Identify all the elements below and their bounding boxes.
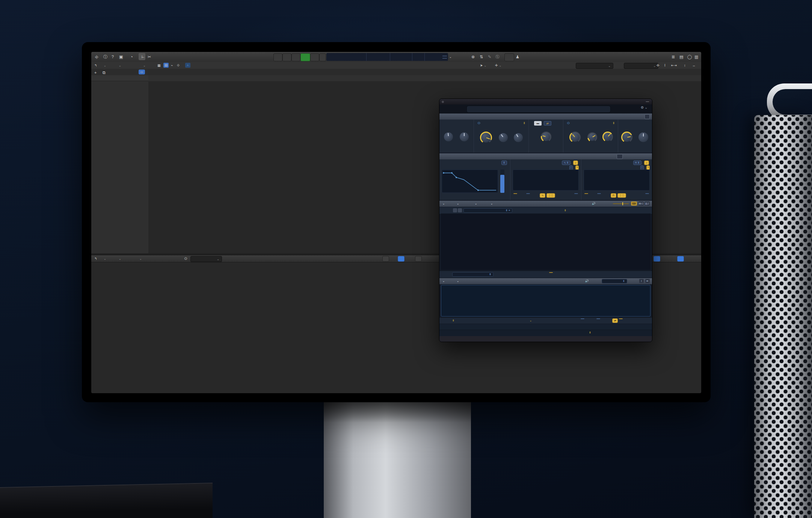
group-selection-field[interactable]: ⇕ ≡: [463, 208, 512, 213]
horizontal-zoom-icon[interactable]: ⇤⇥: [671, 62, 677, 69]
filter1-type-select[interactable]: ⇕: [523, 121, 525, 125]
filter-blend-knob[interactable]: [541, 132, 551, 142]
info-icon[interactable]: ⓘ: [103, 53, 107, 61]
stop-button[interactable]: [291, 53, 300, 61]
flex-icon[interactable]: ⟐: [177, 62, 180, 69]
zone-grid[interactable]: [441, 214, 651, 259]
solo-icon[interactable]: Ⓢ: [495, 53, 500, 61]
rewind-button[interactable]: [273, 53, 282, 61]
zone-speaker-icon[interactable]: 🔊: [585, 278, 589, 284]
marker-lane[interactable]: [148, 75, 701, 82]
list-editors-icon[interactable]: ≣: [672, 53, 675, 61]
lfo2-sync-button[interactable]: ♪: [573, 161, 578, 165]
gear-icon[interactable]: ⚙ ⌄: [641, 106, 647, 109]
secondary-tool[interactable]: ✛: [495, 62, 501, 69]
metronome-icon[interactable]: ♟: [516, 53, 519, 61]
record-button[interactable]: [310, 53, 319, 61]
f2-cutoff-knob[interactable]: [569, 132, 581, 143]
remove-modulator-button[interactable]: [617, 154, 623, 159]
env-graph[interactable]: [442, 170, 498, 193]
mixer-menu-view[interactable]: [138, 255, 142, 262]
sampler-window[interactable]: — ⚙ ⌄ ⏻: [439, 98, 652, 342]
power-icon[interactable]: ⏻: [184, 255, 187, 262]
zone-pitch-button[interactable]: [549, 272, 553, 273]
vertical-zoom-icon[interactable]: Ⅰ: [664, 62, 666, 69]
mapping-zoom-slider[interactable]: [613, 203, 629, 204]
mixer-tab-tracks[interactable]: [398, 256, 404, 262]
toolbox-icon[interactable]: ▣: [119, 53, 123, 61]
grid-icon[interactable]: ▦: [157, 62, 161, 69]
lfo2-wave-select[interactable]: ∿ ⇕: [562, 161, 571, 165]
browser-icon[interactable]: ▥: [694, 53, 698, 61]
forward-button[interactable]: [282, 53, 291, 61]
sampler-titlebar[interactable]: —: [439, 99, 652, 105]
snap-select[interactable]: [576, 63, 613, 69]
view-split-icon[interactable]: ▥2: [644, 201, 650, 206]
pointer-tool[interactable]: ➤: [480, 62, 486, 69]
lfo2-key-trigger[interactable]: [574, 193, 578, 194]
lfo3-mono[interactable]: [584, 193, 588, 194]
group-output-value[interactable]: ⇕: [564, 209, 566, 212]
mapping-menu-zone[interactable]: ⌄: [475, 201, 477, 207]
f1-reso-knob[interactable]: [499, 133, 508, 142]
lfo2-mono[interactable]: [513, 193, 517, 194]
details-button[interactable]: [644, 114, 650, 119]
catch-playhead-icon[interactable]: ↰: [94, 62, 97, 69]
f1-drive-knob[interactable]: [514, 133, 523, 142]
library-toggle-icon[interactable]: ▭: [139, 70, 145, 74]
mapping-keyboard[interactable]: [441, 259, 651, 270]
lfo3-poly[interactable]: [597, 193, 601, 194]
arrange-menu-edit[interactable]: [103, 62, 106, 69]
lfo3-shape-b-icon[interactable]: ⋮⋮: [617, 193, 626, 198]
count-in-button[interactable]: [504, 53, 514, 61]
f1-cutoff-knob[interactable]: [480, 132, 492, 144]
waveform-zoom-icon[interactable]: ✣: [657, 62, 660, 69]
mixer-filter-midi[interactable]: [677, 256, 684, 262]
loop-mode-value[interactable]: ⇕: [589, 331, 591, 334]
lfo3-key-trigger[interactable]: [645, 193, 649, 194]
tuner-icon[interactable]: ◔: [130, 53, 133, 61]
amp-pan-knob[interactable]: [638, 132, 648, 142]
arrange-menu-view[interactable]: [142, 62, 146, 69]
arrange-menu-functions[interactable]: [118, 62, 121, 69]
zone-waveform[interactable]: [441, 285, 651, 317]
follow-tempo-button[interactable]: [619, 318, 623, 319]
env-vel-slider[interactable]: [500, 170, 504, 193]
regions-view-icon[interactable]: ▤: [163, 63, 169, 68]
file-zone-value[interactable]: ⇕: [452, 319, 454, 322]
lfo3-shape-a-icon[interactable]: ⊓: [611, 193, 616, 198]
loop-browser-icon[interactable]: ◯: [687, 53, 692, 61]
dismiss-icon[interactable]: ⊗: [471, 53, 475, 61]
zone-zoom-h-icon[interactable]: ⇹: [645, 279, 650, 283]
lcd-chevron-icon[interactable]: ⌄: [449, 53, 452, 61]
mixer-tab-single[interactable]: [382, 256, 389, 262]
zoom-slider-v[interactable]: ↕: [684, 62, 686, 69]
lfo3-sync-button[interactable]: ♪: [644, 161, 649, 165]
one-shot-button[interactable]: [581, 318, 584, 319]
filter-series-button[interactable]: ▬: [534, 121, 542, 126]
filter-parallel-button[interactable]: ⇄: [544, 121, 551, 126]
close-icon[interactable]: [442, 101, 444, 103]
help-icon[interactable]: ?: [112, 53, 114, 61]
mixer-filter-mastervca[interactable]: [654, 256, 660, 262]
mixer-menu-edit[interactable]: [103, 255, 106, 262]
automation-icon[interactable]: ⌁: [171, 62, 173, 69]
reverse-button[interactable]: [596, 318, 600, 319]
cycle-button[interactable]: [319, 53, 326, 61]
volume-knob[interactable]: [621, 132, 632, 143]
lfo2-shape-a-icon[interactable]: ∿: [540, 193, 545, 198]
drag-select[interactable]: [624, 63, 658, 69]
speaker-icon[interactable]: 🔊: [592, 201, 596, 207]
mixer-icon[interactable]: ↕̶: [139, 53, 145, 60]
io-monitor-icon[interactable]: ⇅: [480, 53, 483, 61]
mapping-menu-view[interactable]: ⌄: [491, 201, 493, 207]
tune-knob[interactable]: [444, 132, 453, 141]
plug-icon[interactable]: ⎆: [95, 53, 98, 61]
fine-knob[interactable]: [460, 132, 469, 141]
mapping-menu-group[interactable]: ⌄: [457, 201, 459, 207]
mixer-catch-icon[interactable]: ↰: [94, 255, 97, 262]
view-group-icon[interactable]: ▤G: [638, 201, 644, 206]
snap-to-zero-icon[interactable]: ⑃: [185, 63, 190, 68]
group-solo-button[interactable]: [458, 208, 462, 212]
filter2-type-select[interactable]: ⇕: [613, 121, 615, 125]
